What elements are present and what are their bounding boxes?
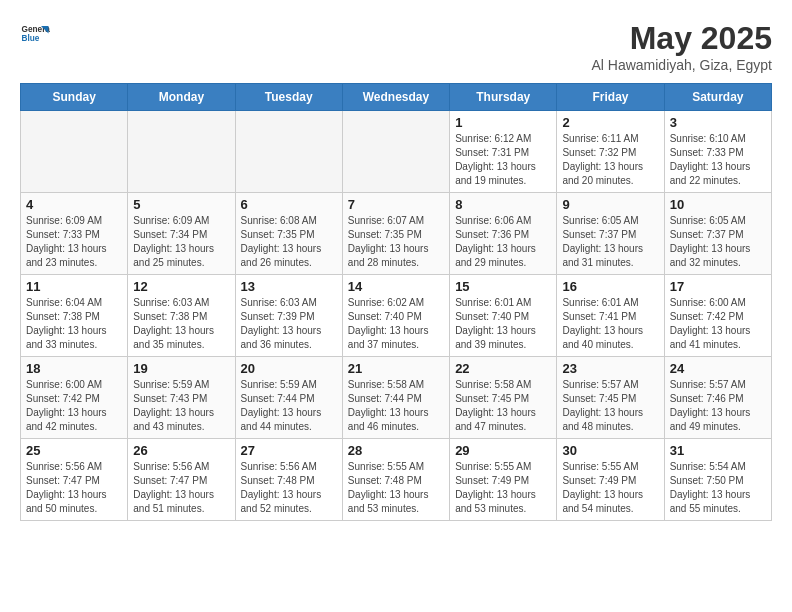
calendar-cell: 10Sunrise: 6:05 AMSunset: 7:37 PMDayligh… <box>664 193 771 275</box>
calendar-cell: 20Sunrise: 5:59 AMSunset: 7:44 PMDayligh… <box>235 357 342 439</box>
calendar-cell <box>21 111 128 193</box>
day-number: 19 <box>133 361 229 376</box>
weekday-header-tuesday: Tuesday <box>235 84 342 111</box>
weekday-header-sunday: Sunday <box>21 84 128 111</box>
calendar-cell: 28Sunrise: 5:55 AMSunset: 7:48 PMDayligh… <box>342 439 449 521</box>
calendar-cell: 16Sunrise: 6:01 AMSunset: 7:41 PMDayligh… <box>557 275 664 357</box>
calendar-cell: 14Sunrise: 6:02 AMSunset: 7:40 PMDayligh… <box>342 275 449 357</box>
day-info: Sunrise: 6:12 AMSunset: 7:31 PMDaylight:… <box>455 132 551 188</box>
weekday-header-monday: Monday <box>128 84 235 111</box>
calendar-cell: 13Sunrise: 6:03 AMSunset: 7:39 PMDayligh… <box>235 275 342 357</box>
calendar-cell <box>342 111 449 193</box>
logo-icon: General Blue <box>20 20 50 50</box>
calendar-header: SundayMondayTuesdayWednesdayThursdayFrid… <box>21 84 772 111</box>
day-info: Sunrise: 6:09 AMSunset: 7:34 PMDaylight:… <box>133 214 229 270</box>
day-info: Sunrise: 6:00 AMSunset: 7:42 PMDaylight:… <box>26 378 122 434</box>
calendar-cell: 27Sunrise: 5:56 AMSunset: 7:48 PMDayligh… <box>235 439 342 521</box>
day-info: Sunrise: 5:57 AMSunset: 7:46 PMDaylight:… <box>670 378 766 434</box>
day-info: Sunrise: 5:57 AMSunset: 7:45 PMDaylight:… <box>562 378 658 434</box>
weekday-row: SundayMondayTuesdayWednesdayThursdayFrid… <box>21 84 772 111</box>
day-number: 22 <box>455 361 551 376</box>
day-number: 3 <box>670 115 766 130</box>
day-info: Sunrise: 5:55 AMSunset: 7:49 PMDaylight:… <box>455 460 551 516</box>
calendar-cell: 23Sunrise: 5:57 AMSunset: 7:45 PMDayligh… <box>557 357 664 439</box>
day-info: Sunrise: 6:10 AMSunset: 7:33 PMDaylight:… <box>670 132 766 188</box>
day-number: 20 <box>241 361 337 376</box>
day-info: Sunrise: 5:56 AMSunset: 7:47 PMDaylight:… <box>26 460 122 516</box>
day-info: Sunrise: 5:59 AMSunset: 7:44 PMDaylight:… <box>241 378 337 434</box>
calendar-cell: 2Sunrise: 6:11 AMSunset: 7:32 PMDaylight… <box>557 111 664 193</box>
day-info: Sunrise: 6:03 AMSunset: 7:38 PMDaylight:… <box>133 296 229 352</box>
day-info: Sunrise: 6:09 AMSunset: 7:33 PMDaylight:… <box>26 214 122 270</box>
calendar-cell: 5Sunrise: 6:09 AMSunset: 7:34 PMDaylight… <box>128 193 235 275</box>
day-info: Sunrise: 6:05 AMSunset: 7:37 PMDaylight:… <box>562 214 658 270</box>
calendar-cell: 6Sunrise: 6:08 AMSunset: 7:35 PMDaylight… <box>235 193 342 275</box>
day-number: 17 <box>670 279 766 294</box>
location: Al Hawamidiyah, Giza, Egypt <box>591 57 772 73</box>
calendar-cell: 25Sunrise: 5:56 AMSunset: 7:47 PMDayligh… <box>21 439 128 521</box>
day-number: 21 <box>348 361 444 376</box>
day-info: Sunrise: 5:56 AMSunset: 7:48 PMDaylight:… <box>241 460 337 516</box>
day-info: Sunrise: 5:59 AMSunset: 7:43 PMDaylight:… <box>133 378 229 434</box>
calendar-cell: 30Sunrise: 5:55 AMSunset: 7:49 PMDayligh… <box>557 439 664 521</box>
day-number: 14 <box>348 279 444 294</box>
day-number: 5 <box>133 197 229 212</box>
day-number: 30 <box>562 443 658 458</box>
week-row-2: 4Sunrise: 6:09 AMSunset: 7:33 PMDaylight… <box>21 193 772 275</box>
calendar-body: 1Sunrise: 6:12 AMSunset: 7:31 PMDaylight… <box>21 111 772 521</box>
calendar-cell: 21Sunrise: 5:58 AMSunset: 7:44 PMDayligh… <box>342 357 449 439</box>
day-number: 28 <box>348 443 444 458</box>
weekday-header-friday: Friday <box>557 84 664 111</box>
day-number: 15 <box>455 279 551 294</box>
week-row-3: 11Sunrise: 6:04 AMSunset: 7:38 PMDayligh… <box>21 275 772 357</box>
calendar-cell: 29Sunrise: 5:55 AMSunset: 7:49 PMDayligh… <box>450 439 557 521</box>
calendar-cell: 15Sunrise: 6:01 AMSunset: 7:40 PMDayligh… <box>450 275 557 357</box>
day-number: 4 <box>26 197 122 212</box>
day-info: Sunrise: 6:06 AMSunset: 7:36 PMDaylight:… <box>455 214 551 270</box>
calendar-cell: 4Sunrise: 6:09 AMSunset: 7:33 PMDaylight… <box>21 193 128 275</box>
day-info: Sunrise: 6:00 AMSunset: 7:42 PMDaylight:… <box>670 296 766 352</box>
day-info: Sunrise: 5:55 AMSunset: 7:49 PMDaylight:… <box>562 460 658 516</box>
day-number: 2 <box>562 115 658 130</box>
day-number: 11 <box>26 279 122 294</box>
day-info: Sunrise: 5:58 AMSunset: 7:44 PMDaylight:… <box>348 378 444 434</box>
day-info: Sunrise: 6:01 AMSunset: 7:41 PMDaylight:… <box>562 296 658 352</box>
day-info: Sunrise: 6:11 AMSunset: 7:32 PMDaylight:… <box>562 132 658 188</box>
calendar-cell: 22Sunrise: 5:58 AMSunset: 7:45 PMDayligh… <box>450 357 557 439</box>
day-info: Sunrise: 6:08 AMSunset: 7:35 PMDaylight:… <box>241 214 337 270</box>
calendar-cell <box>128 111 235 193</box>
day-info: Sunrise: 6:03 AMSunset: 7:39 PMDaylight:… <box>241 296 337 352</box>
calendar-cell <box>235 111 342 193</box>
page-header: General Blue May 2025 Al Hawamidiyah, Gi… <box>20 20 772 73</box>
day-number: 6 <box>241 197 337 212</box>
calendar-cell: 26Sunrise: 5:56 AMSunset: 7:47 PMDayligh… <box>128 439 235 521</box>
day-info: Sunrise: 5:56 AMSunset: 7:47 PMDaylight:… <box>133 460 229 516</box>
calendar-cell: 24Sunrise: 5:57 AMSunset: 7:46 PMDayligh… <box>664 357 771 439</box>
month-title: May 2025 <box>591 20 772 57</box>
day-number: 29 <box>455 443 551 458</box>
day-info: Sunrise: 6:02 AMSunset: 7:40 PMDaylight:… <box>348 296 444 352</box>
weekday-header-wednesday: Wednesday <box>342 84 449 111</box>
day-info: Sunrise: 6:05 AMSunset: 7:37 PMDaylight:… <box>670 214 766 270</box>
day-number: 12 <box>133 279 229 294</box>
day-number: 25 <box>26 443 122 458</box>
day-number: 18 <box>26 361 122 376</box>
day-info: Sunrise: 5:58 AMSunset: 7:45 PMDaylight:… <box>455 378 551 434</box>
calendar-table: SundayMondayTuesdayWednesdayThursdayFrid… <box>20 83 772 521</box>
day-info: Sunrise: 6:01 AMSunset: 7:40 PMDaylight:… <box>455 296 551 352</box>
day-number: 31 <box>670 443 766 458</box>
day-number: 7 <box>348 197 444 212</box>
day-info: Sunrise: 6:04 AMSunset: 7:38 PMDaylight:… <box>26 296 122 352</box>
day-number: 10 <box>670 197 766 212</box>
day-info: Sunrise: 6:07 AMSunset: 7:35 PMDaylight:… <box>348 214 444 270</box>
day-number: 26 <box>133 443 229 458</box>
calendar-cell: 31Sunrise: 5:54 AMSunset: 7:50 PMDayligh… <box>664 439 771 521</box>
svg-text:Blue: Blue <box>22 34 40 43</box>
day-info: Sunrise: 5:54 AMSunset: 7:50 PMDaylight:… <box>670 460 766 516</box>
day-number: 16 <box>562 279 658 294</box>
week-row-4: 18Sunrise: 6:00 AMSunset: 7:42 PMDayligh… <box>21 357 772 439</box>
day-number: 27 <box>241 443 337 458</box>
calendar-cell: 3Sunrise: 6:10 AMSunset: 7:33 PMDaylight… <box>664 111 771 193</box>
day-number: 9 <box>562 197 658 212</box>
calendar-cell: 18Sunrise: 6:00 AMSunset: 7:42 PMDayligh… <box>21 357 128 439</box>
